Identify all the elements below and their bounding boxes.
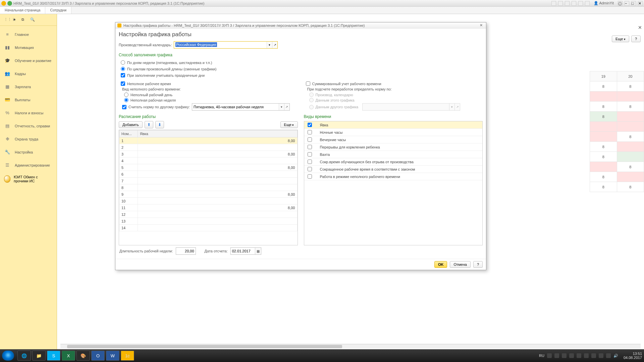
dropdown-icon[interactable]: ▾ xyxy=(267,42,272,48)
tray-icon[interactable] xyxy=(599,353,603,358)
taskbar-excel-icon[interactable]: X xyxy=(62,351,75,361)
more-button[interactable]: Еще xyxy=(612,36,629,42)
time-types-list[interactable]: ЯвкаНочные часыВечерние часыПерерывы для… xyxy=(304,121,483,245)
tray-icon[interactable] xyxy=(606,353,611,358)
tray-icon[interactable] xyxy=(577,353,581,358)
table-row[interactable]: 12 xyxy=(119,211,298,218)
sidebar-item-training[interactable]: 🎓Обучение и развитие xyxy=(0,54,57,67)
radio-by-cycles[interactable]: По циклам произвольной длины (сменные гр… xyxy=(121,67,483,71)
search-icon[interactable]: 🔍 xyxy=(30,17,35,22)
checkbox-summarized[interactable]: Суммированный учет рабочего времени xyxy=(306,81,483,86)
start-date-input[interactable]: ▦ xyxy=(230,247,261,255)
time-type-row[interactable]: Вечерние часы xyxy=(304,136,483,143)
checkbox-parttime[interactable]: Неполное рабочее время xyxy=(121,81,298,86)
sidebar-item-payments[interactable]: 💳Выплаты xyxy=(0,93,57,106)
calendar-combo[interactable]: Российская Федерация ▾ ↗ xyxy=(174,41,278,49)
tray-clock[interactable]: 13:5104.08.2017 xyxy=(624,352,642,360)
time-type-row[interactable]: Ночные часы xyxy=(304,129,483,136)
start-button[interactable] xyxy=(2,351,14,361)
time-type-row[interactable]: Перерывы для кормления ребенка xyxy=(304,143,483,151)
time-type-row[interactable]: Вахта xyxy=(304,151,483,158)
scrollbar-thumb[interactable] xyxy=(67,345,342,348)
open-icon[interactable]: ↗ xyxy=(272,42,277,48)
time-type-checkbox[interactable] xyxy=(308,130,312,134)
col-attendance[interactable]: Явка xyxy=(138,130,298,137)
apps-icon[interactable]: ⋮⋮⋮ xyxy=(4,17,9,22)
close-icon[interactable]: ✕ xyxy=(638,1,643,6)
time-type-row[interactable]: Работа в режиме неполного рабочего време… xyxy=(304,173,483,180)
cancel-button[interactable]: Отмена xyxy=(450,261,470,268)
toolbar-icon[interactable] xyxy=(572,1,576,6)
week-length-input[interactable] xyxy=(176,247,196,255)
copy-icon[interactable]: ⧉ xyxy=(21,17,26,22)
table-row[interactable]: 8 xyxy=(119,184,298,191)
toolbar-icon[interactable] xyxy=(578,1,583,6)
table-row[interactable]: 14 xyxy=(119,225,298,231)
tray-icon[interactable] xyxy=(584,353,589,358)
sidebar-item-main[interactable]: ≡Главное xyxy=(0,28,57,41)
checkbox-norm-other[interactable] xyxy=(122,105,126,109)
table-row[interactable]: 2 xyxy=(119,144,298,151)
col-number[interactable]: Ном... xyxy=(119,130,138,137)
dialog-help-button[interactable]: ? xyxy=(473,261,483,268)
time-type-checkbox[interactable] xyxy=(308,123,312,127)
tab-home[interactable]: Начальная страница xyxy=(0,7,45,14)
radio-partweek[interactable]: Неполная рабочая неделя xyxy=(124,98,298,102)
taskbar-word-icon[interactable]: W xyxy=(106,351,119,361)
table-row[interactable]: 18,00 xyxy=(119,137,298,144)
table-row[interactable]: 98,00 xyxy=(119,191,298,198)
sidebar-item-safety[interactable]: ❉Охрана труда xyxy=(0,132,57,145)
time-type-row[interactable]: Сокращенное рабочее время в соответствии… xyxy=(304,166,483,173)
ok-button[interactable]: OK xyxy=(434,261,447,268)
calendar-icon[interactable]: ▦ xyxy=(255,248,261,254)
minimize-icon[interactable]: − xyxy=(625,1,629,6)
time-type-checkbox[interactable] xyxy=(308,145,312,149)
taskbar-explorer-icon[interactable]: 📁 xyxy=(32,351,46,361)
sidebar-item-settings[interactable]: 🔧Настройка xyxy=(0,145,57,159)
maximize-icon[interactable]: □ xyxy=(631,1,636,6)
checkbox-holidays[interactable]: При заполнении учитывать праздничные дни xyxy=(121,73,483,77)
taskbar-1c-icon[interactable]: 1c xyxy=(121,351,134,361)
add-button[interactable]: Добавить xyxy=(119,121,143,128)
toolbar-icon[interactable] xyxy=(585,1,590,6)
toolbar-icon[interactable] xyxy=(565,1,570,6)
tray-icon[interactable] xyxy=(591,353,596,358)
norm-combo[interactable]: ▾ ↗ xyxy=(192,103,290,111)
toolbar-icon[interactable] xyxy=(551,1,556,6)
table-row[interactable]: 118,00 xyxy=(119,204,298,211)
table-row[interactable]: 6 xyxy=(119,171,298,178)
dialog-close-icon[interactable]: ✕ xyxy=(478,23,484,27)
sidebar-item-hr[interactable]: 👥Кадры xyxy=(0,67,57,80)
move-up-button[interactable]: ⬆ xyxy=(145,121,153,128)
tray-icon[interactable] xyxy=(554,353,559,358)
table-row[interactable]: 58,00 xyxy=(119,164,298,171)
schedule-grid[interactable]: Ном... Явка 18,00238,00458,0067898,00101… xyxy=(119,130,298,245)
table-row[interactable]: 13 xyxy=(119,218,298,225)
table-row[interactable]: 7 xyxy=(119,178,298,184)
tray-volume-icon[interactable]: 🔊 xyxy=(613,354,618,358)
tray-icon[interactable] xyxy=(562,353,567,358)
time-type-checkbox[interactable] xyxy=(308,152,312,157)
toolbar-icon[interactable] xyxy=(558,1,563,6)
radio-partday[interactable]: Неполный рабочий день xyxy=(124,93,298,97)
table-row[interactable]: 10 xyxy=(119,198,298,204)
sidebar-item-salary[interactable]: ▦Зарплата xyxy=(0,80,57,93)
norm-value[interactable] xyxy=(192,104,279,110)
table-row[interactable]: 38,00 xyxy=(119,151,298,158)
sidebar-item-yuit[interactable]: ЮИТ Обмен с прочими ИС xyxy=(0,172,57,186)
taskbar-ie-icon[interactable]: 🌐 xyxy=(17,351,31,361)
dropdown-icon[interactable]: ▾ xyxy=(279,104,284,110)
tray-icon[interactable] xyxy=(547,353,552,358)
sidebar-item-admin[interactable]: ☰Администрирование xyxy=(0,159,57,172)
sidebar-item-motivation[interactable]: ▮▮Мотивация xyxy=(0,41,57,54)
time-type-checkbox[interactable] xyxy=(308,174,312,179)
radio-by-days[interactable]: По дням недели (пятидневка, шестидневка … xyxy=(121,60,483,65)
time-type-checkbox[interactable] xyxy=(308,137,312,142)
current-user[interactable]: 👤 AdminYit xyxy=(592,1,616,5)
star-icon[interactable]: ★ xyxy=(13,17,17,22)
tray-lang[interactable]: RU xyxy=(539,354,544,358)
time-type-row[interactable]: Явка xyxy=(304,121,483,129)
time-type-row[interactable]: Сокр.время обучающихся без отрыва от про… xyxy=(304,158,483,166)
taskbar-skype-icon[interactable]: S xyxy=(47,351,60,361)
time-type-checkbox[interactable] xyxy=(308,160,312,164)
